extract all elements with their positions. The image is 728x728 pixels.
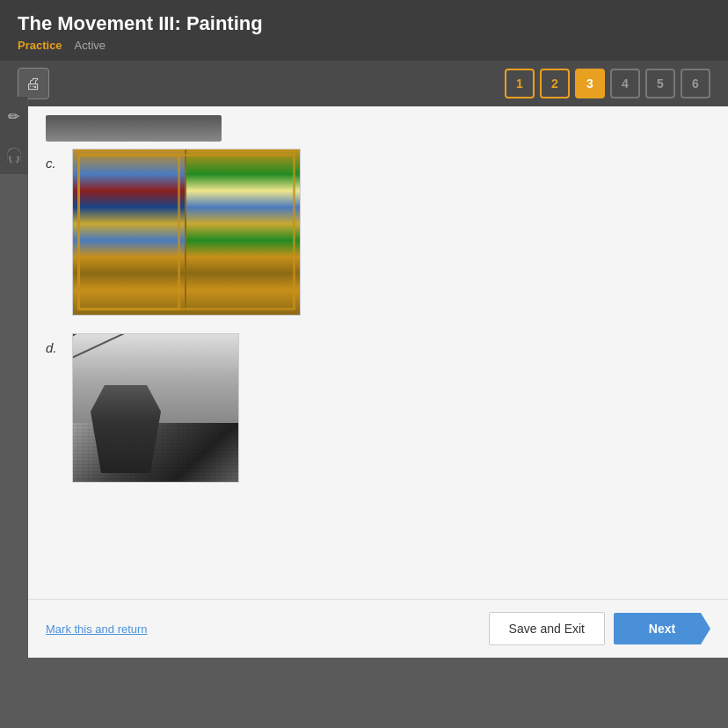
toolbar-left: 🖨 (18, 68, 49, 99)
print-button[interactable]: 🖨 (18, 68, 49, 99)
option-c-image[interactable] (72, 149, 301, 316)
option-c: c. (46, 149, 702, 316)
headphone-icon-button[interactable]: 🎧 (0, 135, 28, 174)
tab-active-label[interactable]: Active (75, 39, 106, 52)
option-c-label: c. (46, 156, 63, 171)
image-c-right-panel (186, 149, 300, 315)
page-numbers: 1 2 3 4 5 6 (505, 69, 710, 98)
page-num-1[interactable]: 1 (505, 69, 535, 98)
main-content: c. d. (28, 106, 728, 599)
page-num-4[interactable]: 4 (610, 69, 640, 98)
side-icons: ✏ 🎧 (0, 97, 28, 174)
headphone-icon: 🎧 (5, 147, 23, 164)
page-num-2[interactable]: 2 (540, 69, 570, 98)
option-d-label: d. (46, 340, 63, 355)
page-num-5[interactable]: 5 (645, 69, 675, 98)
tab-practice[interactable]: Practice (18, 39, 62, 52)
image-d-figure (91, 385, 161, 473)
bottom-buttons: Save and Exit Next (489, 612, 710, 645)
top-image-hint (46, 115, 222, 142)
bottom-bar: Mark this and return Save and Exit Next (28, 599, 728, 658)
header-tabs: Practice Active (18, 39, 710, 52)
page-header: The Movement III: Painting Practice Acti… (0, 0, 728, 61)
toolbar: 🖨 1 2 3 4 5 6 (0, 61, 728, 106)
save-exit-button[interactable]: Save and Exit (489, 612, 605, 645)
pencil-icon: ✏ (8, 108, 19, 125)
option-d: d. (46, 333, 702, 483)
option-d-image[interactable] (72, 333, 239, 483)
print-icon: 🖨 (25, 75, 41, 93)
mark-return-link[interactable]: Mark this and return (46, 622, 148, 636)
page-num-6[interactable]: 6 (681, 69, 710, 98)
page-num-3[interactable]: 3 (575, 69, 605, 98)
page-title: The Movement III: Painting (18, 12, 710, 35)
pencil-icon-button[interactable]: ✏ (0, 97, 28, 135)
next-button[interactable]: Next (614, 613, 710, 644)
